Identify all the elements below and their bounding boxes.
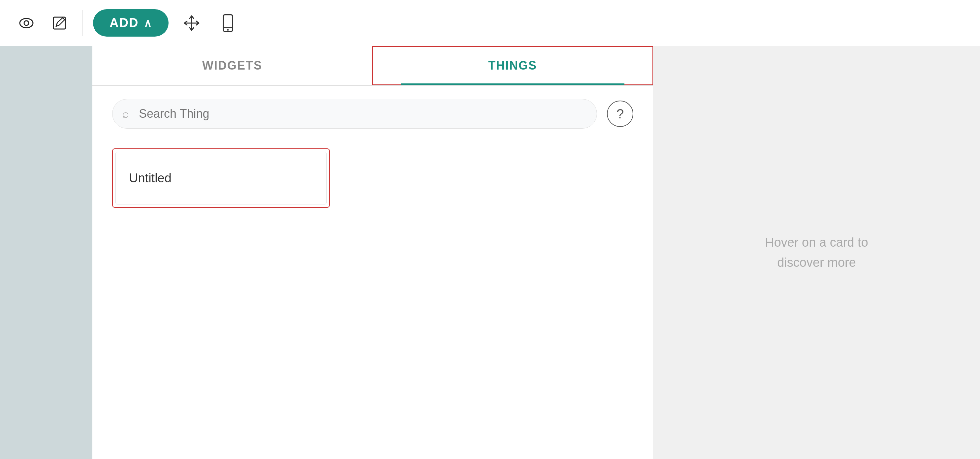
tab-widgets-label: WIDGETS — [202, 59, 262, 73]
thing-card-inner: Untitled — [115, 152, 326, 205]
hover-hint: Hover on a card to discover more — [765, 232, 868, 273]
tabs: WIDGETS THINGS — [92, 46, 653, 86]
search-input[interactable] — [112, 99, 597, 129]
help-button[interactable]: ? — [607, 100, 633, 127]
tab-widgets[interactable]: WIDGETS — [92, 46, 372, 85]
hover-hint-line1: Hover on a card to — [765, 232, 868, 253]
move-button[interactable] — [178, 10, 205, 36]
toolbar: ADD ∧ — [0, 0, 980, 46]
left-sidebar — [0, 46, 92, 459]
edit-button[interactable] — [46, 10, 73, 36]
add-label: ADD — [110, 16, 138, 30]
eye-button[interactable] — [13, 10, 40, 36]
device-button[interactable] — [215, 10, 241, 36]
search-input-wrapper: ⌕ — [112, 99, 597, 129]
toolbar-left-icons — [13, 10, 73, 36]
add-button[interactable]: ADD ∧ — [93, 9, 169, 37]
cards-area: Untitled — [92, 142, 653, 459]
tab-things[interactable]: THINGS — [372, 46, 653, 85]
tab-things-label: THINGS — [488, 59, 537, 73]
svg-rect-3 — [223, 14, 232, 31]
right-panel: Hover on a card to discover more — [653, 46, 980, 459]
svg-point-5 — [227, 29, 229, 31]
thing-card-title: Untitled — [129, 171, 172, 185]
toolbar-divider — [83, 10, 83, 36]
thing-card-selected[interactable]: Untitled — [112, 148, 330, 208]
svg-point-1 — [24, 21, 29, 25]
search-icon: ⌕ — [122, 107, 129, 121]
svg-point-0 — [20, 19, 33, 28]
main-layout: WIDGETS THINGS ⌕ ? Untitled Hover — [0, 46, 980, 459]
chevron-up-icon: ∧ — [144, 17, 152, 29]
panel: WIDGETS THINGS ⌕ ? Untitled — [92, 46, 653, 459]
hover-hint-line2: discover more — [765, 253, 868, 273]
search-area: ⌕ ? — [92, 86, 653, 142]
